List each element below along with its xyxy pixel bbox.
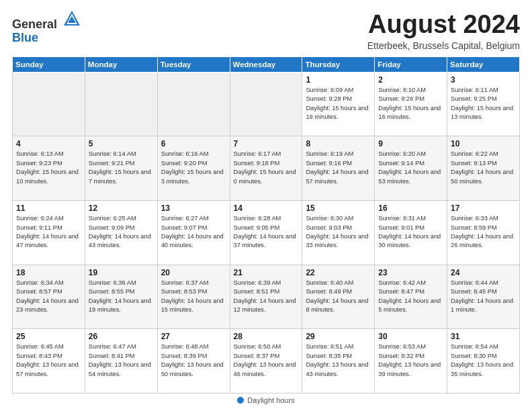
day-number: 3	[451, 75, 516, 85]
calendar-cell: 22Sunrise: 6:40 AM Sunset: 8:49 PM Dayli…	[302, 265, 375, 329]
footer: Daylight hours	[12, 396, 520, 404]
col-friday: Friday	[375, 56, 447, 72]
day-info: Sunrise: 6:09 AM Sunset: 9:28 PM Dayligh…	[306, 86, 371, 122]
day-number: 27	[161, 332, 226, 341]
day-info: Sunrise: 6:19 AM Sunset: 9:16 PM Dayligh…	[306, 150, 371, 186]
day-info: Sunrise: 6:22 AM Sunset: 9:13 PM Dayligh…	[451, 150, 516, 186]
calendar-cell: 28Sunrise: 6:50 AM Sunset: 8:37 PM Dayli…	[230, 329, 302, 394]
header: General Blue August 2024 Etterbeek, Brus…	[12, 11, 520, 51]
logo-general: General	[12, 17, 57, 31]
col-monday: Monday	[85, 56, 157, 72]
day-info: Sunrise: 6:48 AM Sunset: 8:39 PM Dayligh…	[161, 342, 226, 379]
calendar-cell: 20Sunrise: 6:37 AM Sunset: 8:53 PM Dayli…	[157, 265, 230, 329]
day-number: 20	[161, 268, 226, 277]
day-info: Sunrise: 6:40 AM Sunset: 8:49 PM Dayligh…	[306, 279, 371, 315]
col-tuesday: Tuesday	[157, 56, 230, 72]
day-info: Sunrise: 6:10 AM Sunset: 9:26 PM Dayligh…	[378, 86, 443, 122]
day-info: Sunrise: 6:11 AM Sunset: 9:25 PM Dayligh…	[451, 86, 516, 122]
day-info: Sunrise: 6:25 AM Sunset: 9:09 PM Dayligh…	[89, 214, 154, 250]
calendar-cell: 4Sunrise: 6:13 AM Sunset: 9:23 PM Daylig…	[13, 136, 85, 201]
location-subtitle: Etterbeek, Brussels Capital, Belgium	[367, 40, 520, 51]
calendar-header-row: Sunday Monday Tuesday Wednesday Thursday…	[13, 56, 520, 72]
day-info: Sunrise: 6:33 AM Sunset: 8:59 PM Dayligh…	[451, 214, 516, 250]
calendar-cell: 10Sunrise: 6:22 AM Sunset: 9:13 PM Dayli…	[447, 136, 520, 201]
calendar-cell: 15Sunrise: 6:30 AM Sunset: 9:03 PM Dayli…	[302, 201, 375, 265]
calendar-cell: 9Sunrise: 6:20 AM Sunset: 9:14 PM Daylig…	[375, 136, 447, 201]
day-number: 13	[161, 203, 226, 213]
calendar-cell	[85, 72, 157, 136]
day-info: Sunrise: 6:27 AM Sunset: 9:07 PM Dayligh…	[161, 214, 226, 250]
calendar-cell: 17Sunrise: 6:33 AM Sunset: 8:59 PM Dayli…	[447, 201, 520, 265]
col-thursday: Thursday	[302, 56, 375, 72]
day-number: 7	[234, 139, 299, 148]
calendar-cell: 7Sunrise: 6:17 AM Sunset: 9:18 PM Daylig…	[230, 136, 302, 201]
day-info: Sunrise: 6:47 AM Sunset: 8:41 PM Dayligh…	[89, 342, 154, 379]
day-number: 6	[161, 139, 226, 148]
day-number: 2	[378, 75, 443, 85]
calendar-cell	[13, 72, 85, 136]
day-number: 16	[378, 203, 443, 213]
calendar-cell: 13Sunrise: 6:27 AM Sunset: 9:07 PM Dayli…	[157, 201, 230, 265]
calendar-cell: 25Sunrise: 6:45 AM Sunset: 8:43 PM Dayli…	[13, 329, 85, 394]
day-number: 22	[306, 268, 371, 277]
day-info: Sunrise: 6:45 AM Sunset: 8:43 PM Dayligh…	[16, 342, 81, 379]
day-number: 5	[89, 139, 154, 148]
day-number: 14	[234, 203, 299, 213]
day-info: Sunrise: 6:42 AM Sunset: 8:47 PM Dayligh…	[378, 279, 443, 315]
calendar-cell: 3Sunrise: 6:11 AM Sunset: 9:25 PM Daylig…	[447, 72, 520, 136]
day-number: 24	[451, 268, 516, 277]
day-info: Sunrise: 6:50 AM Sunset: 8:37 PM Dayligh…	[234, 342, 299, 379]
day-number: 29	[306, 332, 371, 341]
day-number: 31	[451, 332, 516, 341]
day-number: 30	[378, 332, 443, 341]
calendar-week-3: 11Sunrise: 6:24 AM Sunset: 9:11 PM Dayli…	[13, 201, 520, 265]
page: General Blue August 2024 Etterbeek, Brus…	[0, 0, 532, 411]
day-number: 23	[378, 268, 443, 277]
day-number: 26	[89, 332, 154, 341]
calendar-cell: 2Sunrise: 6:10 AM Sunset: 9:26 PM Daylig…	[375, 72, 447, 136]
calendar-cell: 30Sunrise: 6:53 AM Sunset: 8:32 PM Dayli…	[375, 329, 447, 394]
footer-dot-icon	[237, 397, 244, 404]
calendar-week-4: 18Sunrise: 6:34 AM Sunset: 8:57 PM Dayli…	[13, 265, 520, 329]
calendar-cell: 19Sunrise: 6:36 AM Sunset: 8:55 PM Dayli…	[85, 265, 157, 329]
col-wednesday: Wednesday	[230, 56, 302, 72]
day-number: 25	[16, 332, 81, 341]
calendar-cell: 11Sunrise: 6:24 AM Sunset: 9:11 PM Dayli…	[13, 201, 85, 265]
calendar-cell: 18Sunrise: 6:34 AM Sunset: 8:57 PM Dayli…	[13, 265, 85, 329]
day-info: Sunrise: 6:54 AM Sunset: 8:30 PM Dayligh…	[451, 342, 516, 379]
col-sunday: Sunday	[13, 56, 85, 72]
day-info: Sunrise: 6:24 AM Sunset: 9:11 PM Dayligh…	[16, 214, 81, 250]
calendar-cell: 16Sunrise: 6:31 AM Sunset: 9:01 PM Dayli…	[375, 201, 447, 265]
day-info: Sunrise: 6:28 AM Sunset: 9:05 PM Dayligh…	[234, 214, 299, 250]
calendar-cell	[230, 72, 302, 136]
logo: General Blue	[12, 11, 81, 45]
logo-blue: Blue	[12, 31, 38, 44]
calendar-table: Sunday Monday Tuesday Wednesday Thursday…	[12, 56, 520, 394]
day-number: 9	[378, 139, 443, 148]
calendar-cell: 6Sunrise: 6:16 AM Sunset: 9:20 PM Daylig…	[157, 136, 230, 201]
col-saturday: Saturday	[447, 56, 520, 72]
day-info: Sunrise: 6:13 AM Sunset: 9:23 PM Dayligh…	[16, 150, 81, 186]
day-info: Sunrise: 6:39 AM Sunset: 8:51 PM Dayligh…	[234, 279, 299, 315]
day-number: 17	[451, 203, 516, 213]
day-number: 28	[234, 332, 299, 341]
day-number: 15	[306, 203, 371, 213]
calendar-cell: 26Sunrise: 6:47 AM Sunset: 8:41 PM Dayli…	[85, 329, 157, 394]
calendar-week-1: 1Sunrise: 6:09 AM Sunset: 9:28 PM Daylig…	[13, 72, 520, 136]
calendar-cell: 27Sunrise: 6:48 AM Sunset: 8:39 PM Dayli…	[157, 329, 230, 394]
day-number: 19	[89, 268, 154, 277]
day-info: Sunrise: 6:31 AM Sunset: 9:01 PM Dayligh…	[378, 214, 443, 250]
day-number: 8	[306, 139, 371, 148]
day-info: Sunrise: 6:44 AM Sunset: 8:45 PM Dayligh…	[451, 279, 516, 315]
day-number: 18	[16, 268, 81, 277]
calendar-cell: 21Sunrise: 6:39 AM Sunset: 8:51 PM Dayli…	[230, 265, 302, 329]
footer-label: Daylight hours	[247, 396, 294, 404]
day-info: Sunrise: 6:34 AM Sunset: 8:57 PM Dayligh…	[16, 279, 81, 315]
day-number: 12	[89, 203, 154, 213]
calendar-cell: 1Sunrise: 6:09 AM Sunset: 9:28 PM Daylig…	[302, 72, 375, 136]
calendar-week-2: 4Sunrise: 6:13 AM Sunset: 9:23 PM Daylig…	[13, 136, 520, 201]
day-info: Sunrise: 6:20 AM Sunset: 9:14 PM Dayligh…	[378, 150, 443, 186]
calendar-cell: 23Sunrise: 6:42 AM Sunset: 8:47 PM Dayli…	[375, 265, 447, 329]
day-info: Sunrise: 6:14 AM Sunset: 9:21 PM Dayligh…	[89, 150, 154, 186]
day-info: Sunrise: 6:37 AM Sunset: 8:53 PM Dayligh…	[161, 279, 226, 315]
